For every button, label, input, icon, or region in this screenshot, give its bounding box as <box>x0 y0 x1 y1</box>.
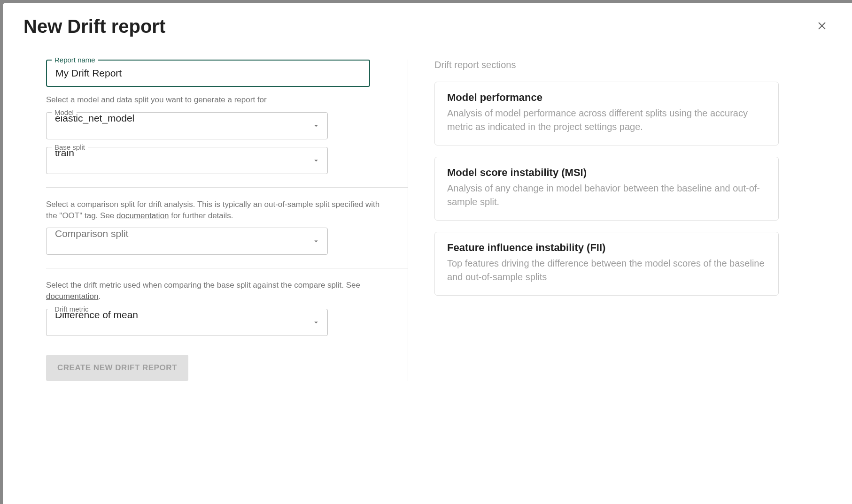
documentation-link[interactable]: documentation <box>116 211 169 220</box>
drift-helper-text-post: . <box>99 292 101 301</box>
divider <box>46 268 408 268</box>
section-card-model-performance: Model performance Analysis of model perf… <box>434 82 779 145</box>
comparison-split-select[interactable]: Comparison split <box>46 228 328 255</box>
model-field: Model elastic_net_model <box>46 112 328 139</box>
section-desc: Analysis of model performance across dif… <box>447 107 766 134</box>
new-drift-report-modal: New Drift report Report name Select a mo… <box>3 3 852 504</box>
section-title: Feature influence instability (FII) <box>447 242 766 254</box>
modal-body: Report name Select a model and data spli… <box>23 60 831 381</box>
comparison-helper: Select a comparison split for drift anal… <box>46 199 381 221</box>
modal-header: New Drift report <box>23 16 831 37</box>
close-button[interactable] <box>813 16 831 37</box>
form-column: Report name Select a model and data spli… <box>46 60 408 381</box>
sections-column: Drift report sections Model performance … <box>408 60 779 381</box>
drift-helper-text-pre: Select the drift metric used when compar… <box>46 281 360 290</box>
divider <box>46 187 408 188</box>
model-select[interactable]: elastic_net_model <box>46 112 328 139</box>
section-card-fii: Feature influence instability (FII) Top … <box>434 232 779 296</box>
report-name-label: Report name <box>52 56 98 64</box>
drift-metric-label: Drift metric <box>52 305 92 313</box>
sections-title: Drift report sections <box>434 60 779 70</box>
base-split-label: Base split <box>52 143 88 151</box>
section-card-msi: Model score instability (MSI) Analysis o… <box>434 157 779 221</box>
create-drift-report-button[interactable]: CREATE NEW DRIFT REPORT <box>46 355 188 381</box>
section-desc: Top features driving the difference betw… <box>447 257 766 284</box>
base-split-select[interactable]: train <box>46 147 328 174</box>
comparison-helper-text-post: for further details. <box>169 211 233 220</box>
modal-title: New Drift report <box>23 16 165 37</box>
base-split-field: Base split train <box>46 147 328 174</box>
comparison-split-field: Comparison split <box>46 228 328 255</box>
documentation-link[interactable]: documentation <box>46 292 99 301</box>
close-icon <box>816 20 828 33</box>
drift-metric-helper: Select the drift metric used when compar… <box>46 280 381 302</box>
model-label: Model <box>52 108 77 116</box>
model-split-helper: Select a model and data split you want t… <box>46 94 381 106</box>
section-title: Model performance <box>447 92 766 104</box>
drift-metric-field: Drift metric Difference of mean <box>46 309 328 336</box>
section-title: Model score instability (MSI) <box>447 167 766 179</box>
report-name-field: Report name <box>46 60 381 87</box>
section-desc: Analysis of any change in model behavior… <box>447 182 766 209</box>
